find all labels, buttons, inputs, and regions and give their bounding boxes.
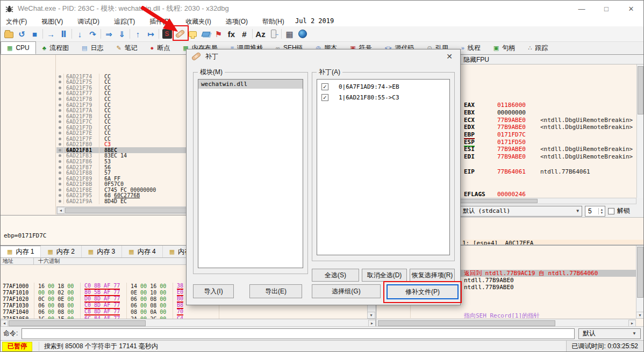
stack-row[interactable] [377,305,636,312]
breakpoint-dot-icon[interactable] [56,170,64,176]
modules-list[interactable]: wechatwin.dll [198,79,303,268]
case-icon[interactable]: Az [254,27,267,40]
step-out-icon[interactable]: ↑ [132,27,144,40]
close-button[interactable]: ✕ [619,1,643,17]
label-icon[interactable] [199,27,212,40]
register-row[interactable]: EIP 77B64061 ntdll.77B64061 [464,168,636,175]
dump-row[interactable]: 77AF1040 06 00 08 00 C8 8D AF 77 08 00 0… [1,309,367,315]
breakpoint-dot-icon[interactable] [56,142,64,148]
attach-icon[interactable]: ↦ [145,27,157,40]
breakpoint-dot-icon[interactable] [56,159,64,164]
breakpoint-dot-icon[interactable] [56,136,64,142]
trace-into-icon[interactable]: ⇓ [116,27,128,40]
breakpoint-dot-icon[interactable] [56,147,64,153]
hash-icon[interactable]: # [238,27,251,40]
phone-icon[interactable] [267,27,280,40]
breakpoint-dot-icon[interactable] [56,85,64,91]
open-file-icon[interactable] [3,27,15,40]
menu-favourites[interactable]: 收藏夹(I) [185,17,211,26]
step-over-icon[interactable]: ↷ [87,27,99,40]
unlock-checkbox[interactable] [608,208,614,214]
stop-icon[interactable]: ■ [28,27,41,40]
menu-view[interactable]: 视图(V) [41,17,63,26]
restore-selection-button[interactable]: 恢复选择项(R) [410,269,455,282]
menu-plugins[interactable]: 插件(P) [149,17,171,26]
command-input[interactable] [22,328,575,339]
tab-handles[interactable]: ▣句柄 [487,41,521,54]
hide-fpu-button[interactable]: 隐藏FPU [459,55,644,64]
restart-icon[interactable]: ↺ [16,27,28,40]
menu-help[interactable]: 帮助(H) [262,17,284,26]
scylla-icon[interactable]: S [161,27,173,40]
breakpoint-dot-icon[interactable] [56,113,64,119]
stack-vscrollbar[interactable]: ▾ [636,246,644,319]
dialog-title-bar[interactable]: 补丁 ✕ [187,49,460,63]
breakpoint-dot-icon[interactable] [56,102,64,108]
tab-breakpoints[interactable]: ●断点 [144,41,177,54]
breakpoint-dot-icon[interactable] [56,164,64,170]
comment-icon[interactable] [187,27,199,40]
tab-graph[interactable]: ♣流程图 [36,41,75,54]
register-row[interactable] [464,161,636,168]
breakpoint-dot-icon[interactable] [56,176,64,182]
menu-options[interactable]: 选项(O) [226,17,248,26]
memory-tab-3[interactable]: ▦内存 3 [82,246,122,257]
patches-list[interactable]: ✓ 0|6A7F1AD9:74->EB ✓ 1|6AD21F80:55->C3 [317,79,450,255]
menu-file[interactable]: 文件(F) [6,17,27,26]
breakpoint-dot-icon[interactable] [56,107,64,113]
breakpoint-dot-icon[interactable] [56,181,64,187]
breakpoint-dot-icon[interactable] [56,119,64,125]
breakpoint-dot-icon[interactable] [56,91,64,97]
patch-item[interactable]: ✓ 1|6AD21F80:55->C3 [317,92,449,103]
memory-tab-4[interactable]: ▦内存 4 [122,246,162,257]
dialog-close-icon[interactable]: ✕ [443,52,455,61]
register-row[interactable]: EDI 77B9ABE0 <ntdll.DbgUiRemoteBreakin> [464,153,636,161]
globe-icon[interactable] [296,27,309,40]
breakpoint-dot-icon[interactable] [56,80,64,85]
import-button[interactable]: 导入(I) [193,284,234,298]
maximize-button[interactable]: □ [594,1,619,17]
register-row[interactable]: EDX 77B9ABE0 <ntdll.DbgUiRemoteBreakin> [464,124,636,131]
register-row[interactable]: EBX 00000000 [464,109,636,117]
command-mode-select[interactable]: 默认▼ [578,328,641,339]
breakpoint-dot-icon[interactable] [56,125,64,131]
module-item[interactable]: wechatwin.dll [198,80,303,89]
breakpoint-dot-icon[interactable] [56,192,64,198]
memory-tab-1[interactable]: ▦内存 1 [1,246,41,257]
select-group-button[interactable]: 选择组(G) [312,284,381,298]
select-all-button[interactable]: 全选(S) [312,269,359,282]
stack-hscrollbar[interactable]: ▸ [377,319,636,327]
stack-row[interactable]: 指向SEH_Record[1]的指针 [377,312,636,318]
tab-log[interactable]: ▤日志 [75,41,110,54]
register-row[interactable]: EAX 01186000 [464,102,636,109]
arg-count-stepper[interactable]: 5▲▼ [585,206,605,217]
scroll-down-icon[interactable]: ▾ [636,312,644,319]
breakpoint-dot-icon[interactable] [56,153,64,159]
register-row[interactable]: ECX 77B9ABE0 <ntdll.DbgUiRemoteBreakin> [464,116,636,124]
registers-vscrollbar[interactable] [636,64,644,198]
breakpoint-dot-icon[interactable] [56,96,64,102]
calling-convention-select[interactable]: 默认 (stdcall)▼ [460,206,582,217]
breakpoint-dot-icon[interactable] [56,187,64,193]
registers-hscrollbar[interactable] [459,198,636,204]
export-button[interactable]: 导出(E) [249,284,302,298]
scroll-left-icon[interactable]: ◂ [57,207,65,214]
scroll-right-icon[interactable]: ▸ [368,320,376,327]
breakpoint-dot-icon[interactable] [56,130,64,136]
register-row[interactable]: EBP 0171FD7C [464,131,636,139]
menu-trace[interactable]: 追踪(T) [114,17,135,26]
patch-checkbox[interactable]: ✓ [321,83,328,90]
breakpoint-dot-icon[interactable] [56,74,64,80]
calculator-icon[interactable]: ▦ [283,27,296,40]
tab-trace[interactable]: ∴跟踪 [521,41,554,54]
tab-cpu[interactable]: ▦CPU [1,41,36,54]
run-to-cursor-icon[interactable]: ⇒ [103,27,115,40]
breakpoint-dot-icon[interactable] [56,198,64,204]
run-icon[interactable]: → [45,27,57,40]
register-row[interactable]: ESP 0171FD50 [464,138,636,146]
fx-icon[interactable]: fx [225,27,238,40]
deselect-all-button[interactable]: 取消全选(D) [362,269,407,282]
dump-hscrollbar[interactable]: ◂ ▸ [1,319,376,327]
tab-notes[interactable]: ✎笔记 [110,41,144,54]
argument-row[interactable]: 1: [esp+4] A0C17EEA [462,240,644,245]
